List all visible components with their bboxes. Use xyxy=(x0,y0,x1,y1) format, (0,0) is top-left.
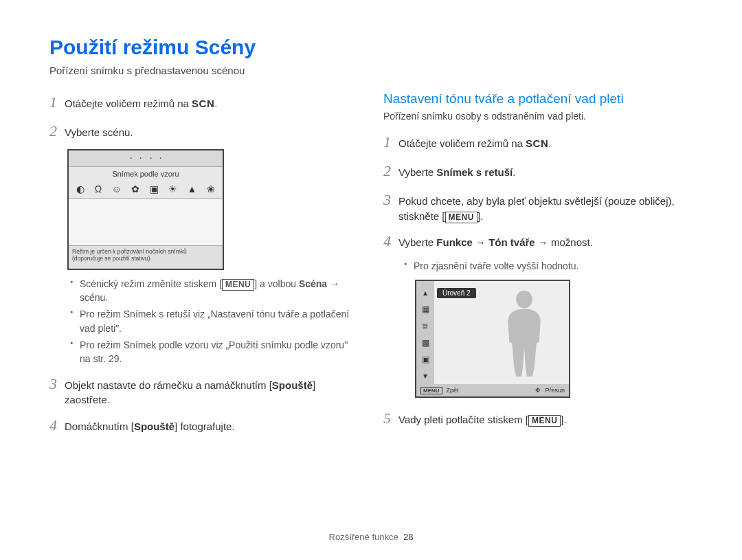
bullet-item: Scénický režim změníte stiskem [MENU] a … xyxy=(70,277,350,305)
left-step-1: 1 Otáčejte voličem režimů na SCN. xyxy=(49,91,350,113)
step-number: 2 xyxy=(383,160,398,182)
step-text: Domáčknutím [Spouště] fotografujte. xyxy=(65,419,235,434)
step-number: 1 xyxy=(49,91,65,113)
person-silhouette xyxy=(493,287,555,381)
camera-screenshot-scene: ・ ・ ・ ・ Snímek podle vzoru ◐ Ω ☺ ✿ ▣ ☀ ▲… xyxy=(67,149,224,270)
scene-icon: ❀ xyxy=(207,183,215,194)
step-text: Otáčejte voličem režimů na SCN. xyxy=(398,136,551,151)
step-number: 3 xyxy=(49,373,65,395)
s1-helptext: Režim je určen k pořizování nočních sním… xyxy=(69,245,223,269)
section-subtitle: Pořízení snímku osoby s odstraněním vad … xyxy=(383,111,684,122)
menu-button-label: MENU xyxy=(528,415,561,427)
page-subtitle: Pořízení snímku s přednastavenou scénou xyxy=(49,65,693,76)
manual-page: Použití režimu Scény Pořízení snímku s p… xyxy=(0,0,742,560)
right-step-3: 3 Pokud chcete, aby byla pleť objektu sv… xyxy=(383,189,684,224)
step-text: Otáčejte voličem režimů na SCN. xyxy=(65,96,217,111)
step-number: 4 xyxy=(383,230,398,252)
page-title: Použití režimu Scény xyxy=(49,36,693,59)
step-number: 4 xyxy=(49,414,65,436)
arrow-up-icon: ▴ xyxy=(423,288,427,298)
side-icon: ▣ xyxy=(422,355,429,364)
menu-button-label: MENU xyxy=(420,387,442,394)
scn-label: SCN xyxy=(192,98,214,109)
s1-icon-row: ◐ Ω ☺ ✿ ▣ ☀ ▲ ❀ xyxy=(69,181,223,199)
left-step-3: 3 Objekt nastavte do rámečku a namáčknut… xyxy=(49,373,350,408)
step-text: Vyberte Funkce → Tón tváře → možnost. xyxy=(398,235,593,250)
step-text: Vady pleti potlačíte stiskem [MENU]. xyxy=(398,412,567,427)
left-bullets: Scénický režim změníte stiskem [MENU] a … xyxy=(49,277,350,366)
s1-statusbar: ・ ・ ・ ・ xyxy=(69,150,223,167)
scene-icon: ☺ xyxy=(112,183,122,194)
step-number: 1 xyxy=(383,131,398,153)
step-text: Vyberte scénu. xyxy=(65,125,133,140)
step-text: Objekt nastavte do rámečku a namáčknutím… xyxy=(65,378,350,408)
columns: 1 Otáčejte voličem režimů na SCN. 2 Vybe… xyxy=(49,91,693,443)
right-bullets: Pro zjasnění tváře volte vyšší hodnotu. xyxy=(383,259,684,273)
scene-icon: ✿ xyxy=(131,183,139,194)
s1-preview xyxy=(69,199,223,245)
back-label: Zpět xyxy=(447,387,459,394)
menu-button-label: MENU xyxy=(445,212,477,223)
right-step-2: 2 Vyberte Snímek s retuší. xyxy=(383,160,684,182)
right-column: Nastavení tónu tváře a potlačení vad ple… xyxy=(383,91,684,443)
arrow-down-icon: ▾ xyxy=(423,371,427,381)
s2-bottombar: MENU Zpět ✥ Přesun xyxy=(416,384,569,396)
right-step-1: 1 Otáčejte voličem režimů na SCN. xyxy=(383,131,684,153)
scene-icon: Ω xyxy=(95,183,102,194)
right-step-5: 5 Vady pleti potlačíte stiskem [MENU]. xyxy=(383,407,684,429)
side-icon: ⧈ xyxy=(423,321,428,331)
footer-section: Rozšířené funkce xyxy=(329,532,398,542)
step-number: 5 xyxy=(383,407,398,429)
move-label: Přesun xyxy=(545,387,565,394)
scene-icon: ☀ xyxy=(168,183,177,194)
scene-icon: ▣ xyxy=(150,183,159,194)
bullet-item: Pro zjasnění tváře volte vyšší hodnotu. xyxy=(404,259,684,273)
left-column: 1 Otáčejte voličem režimů na SCN. 2 Vybe… xyxy=(49,91,350,443)
step-number: 3 xyxy=(383,189,398,211)
side-icon: ▦ xyxy=(422,304,429,314)
s1-title: Snímek podle vzoru xyxy=(69,167,223,181)
camera-screenshot-retouch: ▴ ▦ ⧈ ▩ ▣ ▾ Úroveň 2 MENU Zpět xyxy=(415,280,570,398)
bullet-item: Pro režim Snímek podle vzoru viz „Použit… xyxy=(70,338,350,366)
left-step-4: 4 Domáčknutím [Spouště] fotografujte. xyxy=(49,414,350,436)
page-number: 28 xyxy=(403,532,413,542)
s2-sidebar: ▴ ▦ ⧈ ▩ ▣ ▾ xyxy=(416,281,434,396)
menu-button-label: MENU xyxy=(222,279,254,291)
step-text: Vyberte Snímek s retuší. xyxy=(398,165,515,180)
dpad-icon: ✥ xyxy=(535,387,541,394)
page-footer: Rozšířené funkce 28 xyxy=(0,532,742,542)
left-step-2: 2 Vyberte scénu. xyxy=(49,120,350,142)
scene-icon: ▲ xyxy=(188,183,197,194)
side-icon: ▩ xyxy=(422,338,429,348)
level-badge: Úroveň 2 xyxy=(437,288,476,298)
scn-label: SCN xyxy=(526,137,548,149)
scene-icon: ◐ xyxy=(76,183,85,194)
bullet-item: Pro režim Snímek s retuší viz „Nastavení… xyxy=(70,307,350,335)
section-heading: Nastavení tónu tváře a potlačení vad ple… xyxy=(383,91,684,107)
step-number: 2 xyxy=(49,120,65,142)
right-step-4: 4 Vyberte Funkce → Tón tváře → možnost. xyxy=(383,230,684,252)
step-text: Pokud chcete, aby byla pleť objektu svět… xyxy=(398,194,684,224)
